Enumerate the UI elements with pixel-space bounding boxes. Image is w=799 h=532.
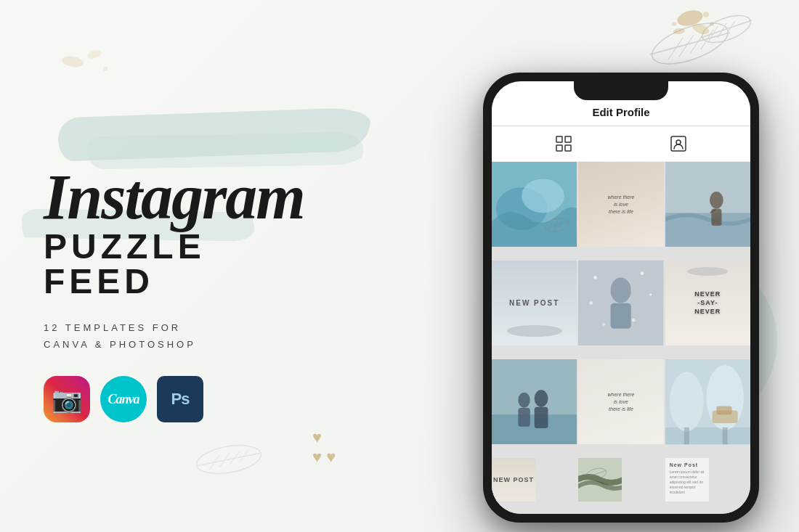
svg-rect-59 xyxy=(518,408,530,427)
svg-point-54 xyxy=(603,323,606,326)
app-icons-row: Canva Ps xyxy=(44,376,421,422)
svg-point-53 xyxy=(632,319,636,322)
svg-point-23 xyxy=(61,55,84,69)
grid-cell-9[interactable] xyxy=(665,359,750,444)
cell-2-text: where thereis lovethere is life xyxy=(608,194,635,215)
instagram-header: Edit Profile xyxy=(492,96,750,126)
ig-tabs-row[interactable] xyxy=(492,126,750,162)
svg-point-19 xyxy=(673,28,686,34)
svg-point-34 xyxy=(522,179,564,213)
cell-6-text: NEVER-SAY-NEVER xyxy=(694,290,721,316)
svg-rect-29 xyxy=(565,145,571,151)
leaf-bottom-left-icon xyxy=(182,430,276,488)
svg-point-45 xyxy=(507,325,562,337)
gold-hearts-decoration: ♥♥ ♥ xyxy=(312,428,336,467)
grid-cell-2[interactable]: where thereis lovethere is life xyxy=(578,162,663,247)
svg-point-21 xyxy=(710,22,714,26)
phone-notch xyxy=(574,81,668,100)
svg-point-52 xyxy=(590,301,593,305)
grid-cell-6[interactable]: NEVER-SAY-NEVER xyxy=(665,261,750,345)
grid-cell-12[interactable]: New Post Lorem ipsum dolor sit amet cons… xyxy=(665,458,709,502)
svg-point-55 xyxy=(687,267,728,276)
title-instagram: Instagram xyxy=(44,167,421,228)
svg-rect-30 xyxy=(671,136,686,151)
grid-cell-1[interactable] xyxy=(492,162,577,247)
svg-line-14 xyxy=(219,453,230,467)
svg-point-58 xyxy=(518,393,530,408)
phone-screen: Edit Profile xyxy=(492,81,750,514)
instagram-icon[interactable] xyxy=(44,376,90,422)
svg-point-60 xyxy=(535,390,548,406)
grid-cell-10[interactable]: NEW POST xyxy=(492,458,535,502)
svg-rect-69 xyxy=(716,406,731,415)
grid-cell-7[interactable] xyxy=(492,359,577,444)
title-puzzle: PUZZLE xyxy=(44,229,421,264)
cell-4-text: NEW POST xyxy=(509,299,559,307)
svg-line-12 xyxy=(196,453,261,466)
grid-cell-3[interactable] xyxy=(665,162,750,247)
svg-point-49 xyxy=(593,276,597,279)
svg-point-20 xyxy=(703,12,709,17)
subtitle-text: 12 TEMPLATES FOR CANVA & PHOTOSHOP xyxy=(44,319,421,353)
svg-rect-67 xyxy=(722,427,727,444)
svg-point-24 xyxy=(86,49,102,60)
instagram-grid: where thereis lovethere is life xyxy=(492,162,750,514)
svg-point-50 xyxy=(641,271,644,275)
title-feed: FEED xyxy=(44,264,421,299)
phone-mockup: Edit Profile xyxy=(483,73,759,523)
svg-point-22 xyxy=(672,22,676,26)
svg-rect-26 xyxy=(556,136,562,142)
cell-10-text: NEW POST xyxy=(493,476,534,483)
svg-rect-28 xyxy=(556,145,562,151)
canva-icon[interactable]: Canva xyxy=(100,376,147,422)
svg-point-47 xyxy=(611,278,631,303)
svg-rect-66 xyxy=(684,427,689,444)
svg-point-64 xyxy=(670,372,704,432)
grid-cell-11[interactable] xyxy=(578,458,622,502)
svg-point-31 xyxy=(676,140,681,144)
cell-8-text: where thereis lovethere is life xyxy=(608,391,635,412)
svg-point-51 xyxy=(649,293,652,296)
gold-splatter-decoration xyxy=(661,4,719,47)
svg-rect-27 xyxy=(565,136,571,142)
grid-cell-4[interactable]: NEW POST xyxy=(492,261,577,345)
svg-point-42 xyxy=(710,192,723,208)
gold-dots-left xyxy=(58,44,116,83)
svg-rect-61 xyxy=(535,407,548,428)
svg-line-10 xyxy=(726,21,735,34)
photoshop-icon[interactable]: Ps xyxy=(157,376,203,422)
person-tag-tab-icon[interactable] xyxy=(668,134,689,154)
grid-cell-8[interactable]: where thereis lovethere is life xyxy=(578,359,663,444)
grid-cell-5[interactable] xyxy=(578,261,663,345)
svg-rect-63 xyxy=(665,427,750,444)
left-content-area: Instagram PUZZLE FEED 12 TEMPLATES FOR C… xyxy=(44,167,421,422)
ig-header-title: Edit Profile xyxy=(592,106,649,118)
phone-outer-shell: Edit Profile xyxy=(483,73,759,523)
svg-point-25 xyxy=(103,67,108,71)
svg-rect-48 xyxy=(611,303,631,329)
grid-tab-icon[interactable] xyxy=(553,134,574,154)
svg-line-13 xyxy=(209,455,219,470)
